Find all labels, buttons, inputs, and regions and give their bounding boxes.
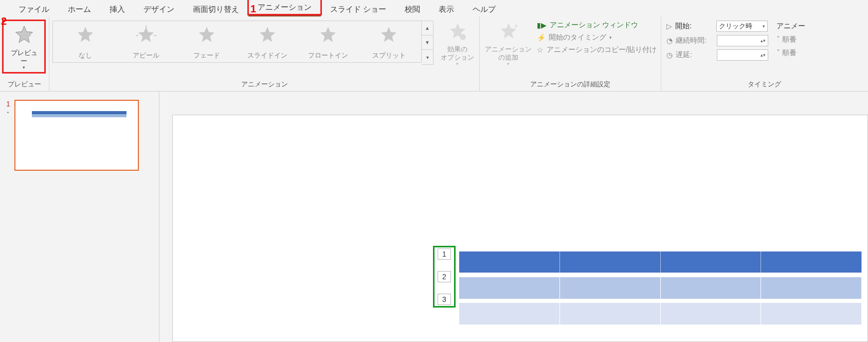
thumbnail-number: 1 xyxy=(6,100,10,108)
thumbnail-content xyxy=(32,114,126,117)
animation-pane-icon: ▮▶ xyxy=(537,21,547,29)
tab-animation[interactable]: アニメーション xyxy=(248,0,321,16)
tab-help[interactable]: ヘルプ xyxy=(463,2,505,16)
slide-table[interactable] xyxy=(459,251,862,325)
tab-transition[interactable]: 画面切り替え xyxy=(184,2,248,16)
reorder-header: アニメー xyxy=(776,22,805,31)
move-earlier-label: 順番 xyxy=(782,35,797,43)
group-label-animation: アニメーション xyxy=(51,79,477,91)
chevron-down-icon: ▾ xyxy=(456,61,459,66)
svg-point-3 xyxy=(460,34,466,40)
move-later-button[interactable]: ˅ 順番 xyxy=(776,48,805,58)
gallery-appear[interactable]: アピール xyxy=(123,23,169,60)
tab-view[interactable]: 表示 xyxy=(429,2,463,16)
gallery-slidein-label: スライドイン xyxy=(247,51,287,60)
ribbon-tabs: ファイル ホーム 挿入 デザイン 画面切り替え アニメーション スライド ショー… xyxy=(0,0,868,16)
spinner-icon: ▴▾ xyxy=(761,52,766,58)
tab-file[interactable]: ファイル xyxy=(9,2,59,16)
group-label-preview: プレビュー xyxy=(2,79,47,91)
star-icon xyxy=(255,23,280,48)
gallery-more-button[interactable]: ▾ xyxy=(422,50,433,64)
move-earlier-button[interactable]: ˄ 順番 xyxy=(776,35,805,44)
gallery-floatin-label: フロートイン xyxy=(308,51,348,60)
preview-star-icon xyxy=(12,23,37,48)
animation-tag-1[interactable]: 1 xyxy=(438,248,451,260)
tab-home[interactable]: ホーム xyxy=(59,2,100,16)
preview-button[interactable]: プレビュー ▾ xyxy=(5,22,43,71)
annotation-2: 2 xyxy=(1,15,7,27)
gallery-down-button[interactable]: ▼ xyxy=(422,35,433,50)
effect-options-button[interactable]: 効果の オプション ▾ xyxy=(438,19,477,67)
start-play-icon: ▷ xyxy=(666,22,672,30)
animation-pane-label: アニメーション ウィンドウ xyxy=(550,21,638,30)
star-icon xyxy=(194,23,219,48)
add-animation-label: アニメーション の追加 xyxy=(485,45,532,61)
gallery-up-button[interactable]: ▲ xyxy=(422,21,433,35)
gallery-none[interactable]: なし xyxy=(62,23,109,60)
spinner-icon: ▴▾ xyxy=(761,38,766,43)
animation-pane-button[interactable]: ▮▶ アニメーション ウィンドウ xyxy=(537,21,657,30)
group-label-advanced: アニメーションの詳細設定 xyxy=(482,79,659,91)
gallery-scrollbar: ▲ ▼ ▾ xyxy=(422,21,433,65)
star-icon xyxy=(73,23,98,48)
gallery-split[interactable]: スプリット xyxy=(366,23,412,60)
star-burst-icon xyxy=(134,23,158,48)
tab-review[interactable]: 校閲 xyxy=(395,2,429,16)
trigger-icon: ⚡ xyxy=(537,33,546,42)
gallery-none-label: なし xyxy=(79,51,92,60)
effect-options-icon xyxy=(445,20,470,44)
gallery-slidein[interactable]: スライドイン xyxy=(244,23,291,60)
slide-thumbnail-1[interactable] xyxy=(14,100,139,171)
chevron-down-icon: ▾ xyxy=(609,35,612,40)
star-icon xyxy=(316,23,340,48)
chevron-down-icon: ▾ xyxy=(23,65,25,70)
gallery-split-label: スプリット xyxy=(372,51,406,60)
animation-tag-3[interactable]: 3 xyxy=(438,294,451,305)
add-animation-icon: + xyxy=(496,20,521,44)
delay-clock-icon: ◷ xyxy=(666,51,673,59)
painter-label: アニメーションのコピー/貼り付け xyxy=(547,45,657,55)
workspace: 1 ⋆ 1 2 3 xyxy=(0,92,868,342)
animation-order-highlight: 1 2 3 xyxy=(433,246,456,308)
start-value: クリック時 xyxy=(719,22,752,31)
animation-tag-2[interactable]: 2 xyxy=(438,271,451,282)
delay-label: 遅延: xyxy=(676,50,714,60)
effect-options-label: 効果の オプション xyxy=(441,45,474,61)
star-icon xyxy=(376,23,401,48)
chevron-down-icon: ▾ xyxy=(763,24,765,29)
duration-label: 継続時間: xyxy=(676,36,714,45)
group-label-timing: タイミング xyxy=(663,79,866,91)
tab-slideshow[interactable]: スライド ショー xyxy=(321,2,395,16)
duration-clock-icon: ◔ xyxy=(666,37,673,45)
trigger-label: 開始のタイミング xyxy=(549,33,606,42)
move-later-label: 順番 xyxy=(782,48,797,57)
gallery-appear-label: アピール xyxy=(133,51,159,60)
gallery-fade-label: フェード xyxy=(193,51,220,60)
gallery-fade[interactable]: フェード xyxy=(184,23,230,60)
ribbon: プレビュー ▾ プレビュー なし アピール xyxy=(0,16,868,92)
svg-text:+: + xyxy=(514,22,518,30)
animation-painter-button[interactable]: ☆ アニメーションのコピー/貼り付け xyxy=(537,45,657,55)
tab-insert[interactable]: 挿入 xyxy=(100,2,134,16)
slide-canvas-area: 1 2 3 xyxy=(159,92,868,342)
chevron-down-icon: ˅ xyxy=(776,48,780,57)
add-animation-button[interactable]: + アニメーション の追加 ▾ xyxy=(482,19,535,67)
painter-icon: ☆ xyxy=(537,46,544,54)
annotation-1: 1 xyxy=(250,3,256,15)
delay-input[interactable]: ▴▾ xyxy=(717,49,768,61)
trigger-button[interactable]: ⚡ 開始のタイミング ▾ xyxy=(537,33,657,42)
start-label: 開始: xyxy=(675,22,713,31)
preview-label: プレビュー xyxy=(8,49,40,65)
chevron-down-icon: ▾ xyxy=(507,61,510,66)
chevron-up-icon: ˄ xyxy=(776,35,780,43)
tab-design[interactable]: デザイン xyxy=(134,2,184,16)
duration-input[interactable]: ▴▾ xyxy=(717,35,768,46)
thumbnail-animation-icon: ⋆ xyxy=(6,109,10,116)
gallery-floatin[interactable]: フロートイン xyxy=(305,23,351,60)
start-dropdown[interactable]: クリック時 ▾ xyxy=(716,21,768,32)
thumbnail-panel: 1 ⋆ xyxy=(0,92,159,342)
animation-gallery[interactable]: なし アピール フェード スライドイン xyxy=(52,21,422,63)
